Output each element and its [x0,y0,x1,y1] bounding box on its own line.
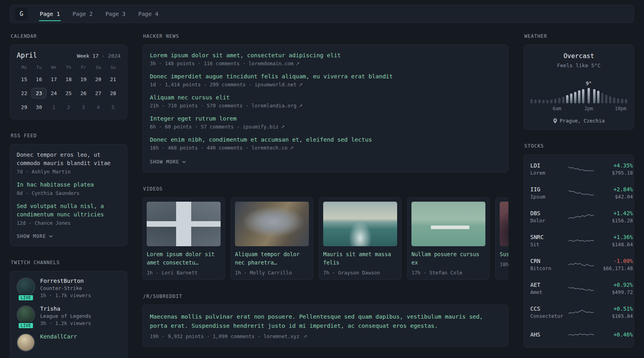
twitch-channel-row[interactable]: LIVETrishaLeague of Legends3h · 1.2k vie… [17,305,120,326]
stock-identity: AETAmet [530,282,565,295]
calendar-day: 16 [31,74,46,85]
weather-bar [554,99,557,103]
hacker-news-item-meta: 1d · 1,414 points · 299 comments · ipsum… [150,82,501,88]
rss-feed-widget: RSS FEED Donec tempor eros leo, ut commo… [10,133,127,246]
calendar-day: 24 [47,88,61,99]
external-link-icon[interactable]: ↗ [297,82,303,88]
weather-bar [546,100,549,103]
tab-page-1[interactable]: Page 1 [33,5,66,23]
stock-identity: DBSDolor [530,210,565,224]
location-pin-icon [553,118,557,124]
chevron-down-icon [182,161,186,163]
stock-ticker: LDI [530,162,565,169]
hacker-news-item-meta-text: 3h · 148 points · 116 comments · loremdo… [150,60,293,66]
subreddit-post-title[interactable]: Maecenas mollis pulvinar erat non posuer… [150,312,501,331]
hn-show-more-button[interactable]: SHOW MORE [150,159,186,165]
stock-sparkline [568,188,594,198]
stocks-section-title: STOCKS [524,143,634,149]
stock-sparkline [568,329,594,340]
external-link-icon[interactable]: ↗ [288,145,294,151]
rss-item-title[interactable]: In hac habitasse platea [17,181,120,189]
calendar-day: 2 [61,102,76,113]
rss-item-meta: 12d · Chance Jones [17,220,120,226]
calendar-year: 2024 [108,53,120,59]
tab-page-3[interactable]: Page 3 [99,5,132,23]
hacker-news-item-title[interactable]: Donec imperdiet augue tincidunt felis al… [150,73,501,80]
stock-ticker: DBS [530,210,565,216]
stock-identity: SNRCSit [530,234,565,247]
hacker-news-item-meta: 16h · 468 points · 440 comments · loremt… [150,145,501,151]
weather-hour [621,99,623,103]
calendar-day-header: Tu [31,65,46,71]
stock-spark-wrap [568,283,594,294]
video-card[interactable]: Suspendisse diam18h · Tara [495,197,508,280]
video-card[interactable]: Lorem ipsum dolor sit amet consectetu…1h… [142,197,225,280]
video-card[interactable]: Nullam posuere cursus ex17h · Stefan Col… [407,197,490,280]
rss-show-more-button[interactable]: SHOW MORE [17,233,53,239]
stock-ticker: SNRC [530,234,565,240]
weather-bar [593,89,596,103]
video-title[interactable]: Lorem ipsum dolor sit amet consectetu… [147,250,221,267]
stock-identity: AHS [530,331,565,338]
stock-change: +0.51% [597,305,633,312]
hacker-news-item-meta-text: 1d · 1,414 points · 299 comments · ipsum… [150,82,297,88]
calendar-header: April Week 17 · 2024 [17,51,120,59]
calendar-day-header: Su [106,65,120,71]
top-navigation-bar: G Page 1Page 2Page 3Page 4 [10,5,634,23]
weather-bar [597,91,599,103]
app-logo[interactable]: G [15,8,28,20]
video-title[interactable]: Mauris sit amet massa felis [323,250,397,267]
rss-item-title[interactable]: Donec tempor eros leo, ut commodo mauris… [17,151,120,167]
twitch-channel-row[interactable]: LIVEForrestBurtonCounter-Strike1h · 1.7k… [17,278,120,298]
video-title[interactable]: Aliquam tempor dolor nec pharetra… [235,250,309,267]
stock-row[interactable]: LDILorem+4.35%$795.18 [530,157,627,181]
stock-name: Ipsum [530,194,565,200]
stock-price: $148.64 [597,241,633,247]
weather-widget: WEATHER Overcast Feels like 5°C 9° 6am2p… [524,33,634,130]
dashboard-columns: CALENDAR April Week 17 · 2024 MoTuWeThFr… [10,33,634,358]
weather-hour [554,99,557,103]
video-card[interactable]: Mauris sit amet massa felis7h · Grayson … [319,197,402,280]
hacker-news-item-title[interactable]: Integer eget rutrum lorem [150,115,501,122]
hacker-news-card: Lorem ipsum dolor sit amet, consectetur … [142,45,508,173]
rss-item-meta: 7d · Ashlyn Martin [17,169,120,175]
calendar-day: 5 [106,102,120,113]
tab-page-2[interactable]: Page 2 [66,5,99,23]
stock-row[interactable]: SNRCSit+1.36%$148.64 [530,229,627,253]
hacker-news-item-title[interactable]: Lorem ipsum dolor sit amet, consectetur … [150,52,501,58]
weather-time-label: 10pm [615,106,627,111]
video-thumbnail [147,202,221,246]
external-link-icon[interactable]: ↗ [294,61,300,66]
external-link-icon[interactable]: ↗ [279,124,285,130]
hacker-news-item-title[interactable]: Donec enim nibh, condimentum et accumsan… [150,136,501,143]
stock-price: $66,171.48 [597,265,633,271]
stock-row[interactable]: DBSDolor+1.42%$156.28 [530,205,627,229]
tab-page-4[interactable]: Page 4 [132,5,165,23]
video-card[interactable]: Aliquam tempor dolor nec pharetra…1h · M… [231,197,313,280]
stock-row[interactable]: AETAmet+0.92%$499.72 [530,276,627,300]
video-thumbnail [411,202,485,246]
video-title[interactable]: Nullam posuere cursus ex [411,250,485,267]
rss-item-title[interactable]: Sed volutpat nulla nisl, a condimentum n… [17,202,120,219]
weather-hour [601,93,603,103]
stock-row[interactable]: CCSConsectetur+0.51%$165.84 [530,300,627,324]
stock-row[interactable]: IIGIpsum+2.84%$42.04 [530,181,627,205]
left-column: CALENDAR April Week 17 · 2024 MoTuWeThFr… [10,33,127,358]
twitch-channel-game: Counter-Strike [40,285,91,291]
subreddit-section-title: /R/SUBREDDIT [143,294,508,299]
stock-row[interactable]: AHS+0.46% [530,324,627,345]
stock-sparkline [568,259,594,270]
stock-change: +1.42% [597,210,633,216]
video-title[interactable]: Suspendisse diam [500,250,508,259]
stock-values: +0.46% [597,331,633,338]
weather-bar [605,95,607,103]
external-link-icon[interactable]: ↗ [297,103,303,109]
external-link-icon[interactable]: ↗ [303,334,307,339]
weather-hour [597,91,599,103]
stock-row[interactable]: CRNBitcorn-1.00%$66,171.48 [530,253,627,276]
twitch-channel-game: League of Legends [40,313,91,319]
weather-bar [550,99,553,103]
twitch-channel-row[interactable]: KendallCarr [17,333,120,352]
twitch-avatar-wrap [17,333,35,352]
hacker-news-item-title[interactable]: Aliquam nec cursus elit [150,94,501,101]
